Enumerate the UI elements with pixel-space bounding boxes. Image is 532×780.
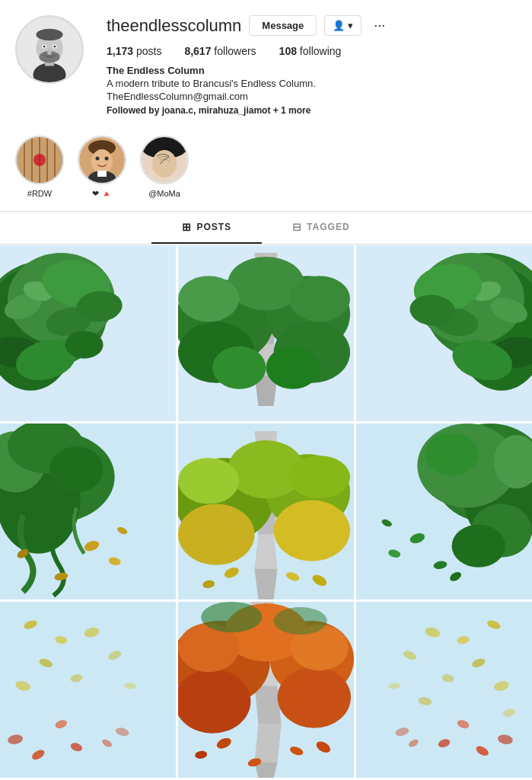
story-label-rdw: #RDW (27, 189, 52, 198)
followed-by: Followed by joana.c, mirahuza_jiamot + 1… (107, 105, 517, 116)
profile-info: theendlesscolumn Message 👤 ▾ ··· 1,173 p… (107, 15, 517, 116)
tabs-divider (0, 244, 532, 245)
grid-item-6[interactable] (356, 424, 532, 599)
story-circle-moma[interactable] (140, 136, 189, 184)
grid-item-8[interactable] (178, 602, 354, 778)
grid-item-5[interactable] (178, 424, 354, 599)
posts-stat: 1,173 posts (107, 45, 161, 57)
svg-point-86 (178, 503, 254, 564)
tag-icon: ⊟ (292, 221, 302, 233)
tabs-bar: ⊞ POSTS ⊟ TAGGED (0, 212, 532, 244)
tab-posts-label: POSTS (196, 222, 231, 232)
svg-point-140 (201, 602, 262, 632)
more-options-button[interactable]: ··· (369, 18, 390, 34)
svg-marker-81 (254, 535, 277, 569)
story-item-rdw[interactable]: #RDW (15, 136, 64, 199)
svg-point-4 (36, 29, 62, 41)
stats-row: 1,173 posts 8,617 followers 108 followin… (107, 45, 517, 57)
story-circle-rdw[interactable] (15, 136, 64, 184)
avatar (15, 15, 84, 84)
svg-point-20 (91, 149, 113, 174)
grid-item-7[interactable] (0, 602, 176, 778)
bio-description: A modern tribute to Brancusi's Endless C… (107, 78, 517, 89)
svg-point-52 (289, 276, 350, 321)
following-stat: 108 following (279, 45, 342, 57)
story-circle-heart[interactable] (78, 136, 126, 184)
svg-marker-125 (254, 686, 281, 724)
grid-item-1[interactable] (0, 245, 176, 421)
following-label: following (300, 45, 341, 57)
svg-point-141 (274, 607, 327, 635)
svg-rect-24 (97, 171, 107, 177)
posts-label: posts (136, 45, 161, 57)
svg-point-10 (47, 49, 52, 55)
person-icon: 👤 (333, 20, 345, 31)
svg-point-53 (212, 347, 266, 389)
bio-email: TheEndlessColumn@gmail.com (107, 91, 517, 102)
grid-item-2[interactable] (178, 245, 354, 421)
svg-point-89 (289, 456, 350, 498)
svg-point-39 (65, 331, 103, 358)
followed-by-more: + 1 more (273, 105, 311, 116)
tab-tagged[interactable]: ⊟ TAGGED (262, 212, 380, 244)
followed-by-users: joana.c, mirahuza_jiamot (162, 105, 271, 116)
followers-value: 8,617 (184, 45, 211, 57)
svg-point-132 (278, 667, 351, 727)
stories-section: #RDW (0, 123, 532, 211)
profile-header: theendlesscolumn Message 👤 ▾ ··· 1,173 p… (0, 0, 532, 123)
svg-marker-126 (254, 724, 281, 762)
following-value: 108 (279, 45, 297, 57)
story-label-heart: ❤ 🔺 (92, 189, 112, 199)
svg-point-106 (425, 433, 478, 475)
svg-rect-142 (356, 602, 532, 778)
svg-point-54 (266, 347, 320, 389)
grid-item-9[interactable] (356, 602, 532, 778)
svg-point-17 (33, 154, 46, 166)
follow-dropdown-button[interactable]: 👤 ▾ (324, 15, 362, 36)
message-button[interactable]: Message (249, 15, 317, 36)
profile-top-row: theendlesscolumn Message 👤 ▾ ··· (107, 15, 517, 36)
svg-point-21 (96, 157, 100, 161)
chevron-down-icon: ▾ (348, 20, 353, 31)
svg-point-99 (452, 525, 505, 567)
followers-stat: 8,617 followers (184, 45, 256, 57)
svg-point-9 (53, 46, 56, 48)
story-item-heart[interactable]: ❤ 🔺 (78, 136, 126, 199)
svg-point-8 (43, 46, 46, 48)
svg-point-51 (178, 276, 239, 321)
followers-label: followers (214, 45, 256, 57)
posts-value: 1,173 (107, 45, 133, 57)
grid-item-4[interactable] (0, 424, 176, 599)
svg-point-76 (49, 446, 103, 492)
svg-point-88 (178, 458, 239, 503)
username: theendlesscolumn (107, 16, 241, 36)
bio-name: The Endless Column (107, 65, 517, 76)
grid-item-3[interactable] (356, 245, 532, 421)
photo-grid (0, 245, 532, 778)
svg-marker-82 (254, 569, 277, 599)
tab-tagged-label: TAGGED (307, 222, 349, 232)
svg-point-22 (105, 157, 109, 161)
grid-icon: ⊞ (182, 221, 192, 233)
tab-posts[interactable]: ⊞ POSTS (151, 212, 262, 244)
story-item-moma[interactable]: @MoMa (140, 136, 189, 199)
svg-point-87 (274, 500, 350, 561)
followed-by-text: Followed by (107, 105, 159, 116)
story-label-moma: @MoMa (148, 189, 180, 198)
